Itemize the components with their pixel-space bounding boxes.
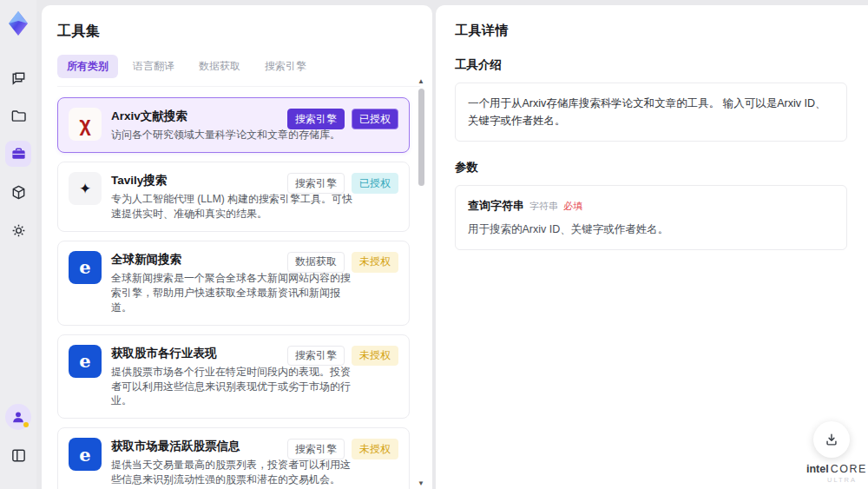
chat-icon	[10, 69, 27, 86]
category-badge: 搜索引擎	[287, 346, 345, 367]
scrollbar[interactable]: ▲ ▼	[417, 78, 426, 487]
sidebar-item-files[interactable]	[5, 102, 31, 129]
sidebar-item-models[interactable]	[5, 179, 31, 205]
detail-title: 工具详情	[455, 23, 847, 39]
category-badge: 搜索引擎	[287, 173, 345, 194]
floating-corner: intelCORE ULTRA	[806, 421, 857, 484]
app-window: 工具集 所有类别 语言翻译 数据获取 搜索引擎 χ Arxiv文献搜索 访问各个…	[0, 0, 868, 489]
scroll-up-arrow[interactable]: ▲	[418, 78, 424, 85]
category-tab[interactable]: 数据获取	[189, 55, 250, 78]
tool-description: 专为人工智能代理 (LLM) 构建的搜索引擎工具。可快速提供实时、准确和真实的结…	[111, 192, 356, 221]
param-name: 查询字符串	[468, 197, 524, 215]
category-tab[interactable]: 语言翻译	[123, 55, 184, 78]
category-badge: 搜索引擎	[287, 439, 345, 459]
intro-section-label: 工具介绍	[455, 57, 847, 73]
download-icon	[824, 432, 839, 447]
left-rail	[0, 0, 36, 489]
param-row: 查询字符串 字符串 必填 用于搜索的Arxiv ID、关键字或作者姓名。	[468, 197, 834, 238]
cube-icon	[10, 184, 27, 201]
user-avatar[interactable]	[5, 404, 31, 430]
category-badge: 数据获取	[287, 252, 345, 273]
sidebar-item-tools[interactable]	[5, 141, 31, 167]
page-title: 工具集	[57, 23, 432, 41]
tool-card[interactable]: e 获取股市各行业表现 提供股票市场各个行业在特定时间段内的表现。投资者可以利用…	[57, 334, 410, 420]
tool-tags: 搜索引擎 未授权	[287, 346, 398, 367]
category-tabs: 所有类别 语言翻译 数据获取 搜索引擎	[57, 55, 420, 87]
tool-tags: 数据获取 未授权	[287, 252, 398, 273]
tool-card[interactable]: χ Arxiv文献搜索 访问各个研究领域大量科学论文和文章的存储库。 搜索引擎 …	[57, 97, 410, 153]
avatar-status-dot	[23, 422, 29, 427]
toolbox-icon	[10, 146, 27, 162]
tool-card[interactable]: e 获取市场最活跃股票信息 提供当天交易量最高的股票列表，投资者可以利用这些信息…	[57, 427, 410, 489]
tool-list: χ Arxiv文献搜索 访问各个研究领域大量科学论文和文章的存储库。 搜索引擎 …	[57, 97, 432, 489]
category-tab[interactable]: 搜索引擎	[255, 55, 316, 78]
tool-tags: 搜索引擎 已授权	[287, 109, 398, 129]
tool-description: 提供股票市场各个行业在特定时间段内的表现。投资者可以利用这些信息来识别表现优于或…	[111, 365, 356, 408]
stock-app-logo-icon: e	[69, 345, 102, 378]
tool-tags: 搜索引擎 未授权	[287, 439, 398, 459]
param-required-badge: 必填	[563, 199, 582, 215]
panel-toggle-button[interactable]	[5, 442, 31, 468]
auth-status-badge: 未授权	[352, 252, 398, 273]
tool-detail-panel: 工具详情 工具介绍 一个用于从Arxiv存储库搜索科学论文和文章的工具。 输入可…	[436, 5, 868, 489]
param-list: 查询字符串 字符串 必填 用于搜索的Arxiv ID、关键字或作者姓名。	[455, 185, 847, 250]
tool-description: 全球新闻搜索是一个聚合全球各大新闻网站内容的搜索引擎，帮助用户快速获取全球最新资…	[111, 271, 356, 314]
tool-card[interactable]: ✦ Tavily搜索 专为人工智能代理 (LLM) 构建的搜索引擎工具。可快速提…	[57, 162, 410, 232]
auth-status-badge: 未授权	[352, 346, 398, 367]
download-button[interactable]	[813, 421, 850, 458]
auth-status-badge: 已授权	[352, 109, 398, 129]
tavily-logo-icon: ✦	[69, 172, 102, 205]
auth-status-badge: 已授权	[352, 173, 398, 194]
arxiv-logo-icon: χ	[69, 108, 102, 141]
scrollbar-thumb[interactable]	[418, 89, 424, 186]
tool-description: 提供当天交易量最高的股票列表，投资者可以利用这些信息来识别流动性强的股票和潜在的…	[111, 458, 356, 487]
intel-core-logo: intelCORE ULTRA	[806, 463, 857, 484]
scroll-down-arrow[interactable]: ▼	[418, 480, 424, 487]
param-type: 字符串	[529, 199, 558, 215]
stock-app-logo-icon: e	[69, 438, 102, 471]
tool-intro-text: 一个用于从Arxiv存储库搜索科学论文和文章的工具。 输入可以是Arxiv ID…	[455, 83, 847, 142]
app-logo	[6, 10, 30, 36]
sidebar-item-settings[interactable]	[5, 217, 31, 243]
tool-tags: 搜索引擎 已授权	[287, 173, 398, 194]
sidebar-item-chat[interactable]	[5, 64, 31, 90]
tool-card[interactable]: e 全球新闻搜索 全球新闻搜索是一个聚合全球各大新闻网站内容的搜索引擎，帮助用户…	[57, 241, 410, 326]
folder-icon	[10, 108, 27, 124]
news-app-logo-icon: e	[69, 251, 102, 284]
category-badge: 搜索引擎	[287, 109, 345, 129]
param-description: 用于搜索的Arxiv ID、关键字或作者姓名。	[468, 221, 834, 238]
auth-status-badge: 未授权	[352, 439, 398, 459]
params-section-label: 参数	[455, 160, 847, 175]
tool-list-panel: 工具集 所有类别 语言翻译 数据获取 搜索引擎 χ Arxiv文献搜索 访问各个…	[42, 5, 432, 489]
tool-description: 访问各个研究领域大量科学论文和文章的存储库。	[111, 128, 356, 142]
category-tab[interactable]: 所有类别	[57, 55, 118, 78]
gear-icon	[10, 222, 27, 239]
panel-toggle-icon	[10, 447, 27, 464]
